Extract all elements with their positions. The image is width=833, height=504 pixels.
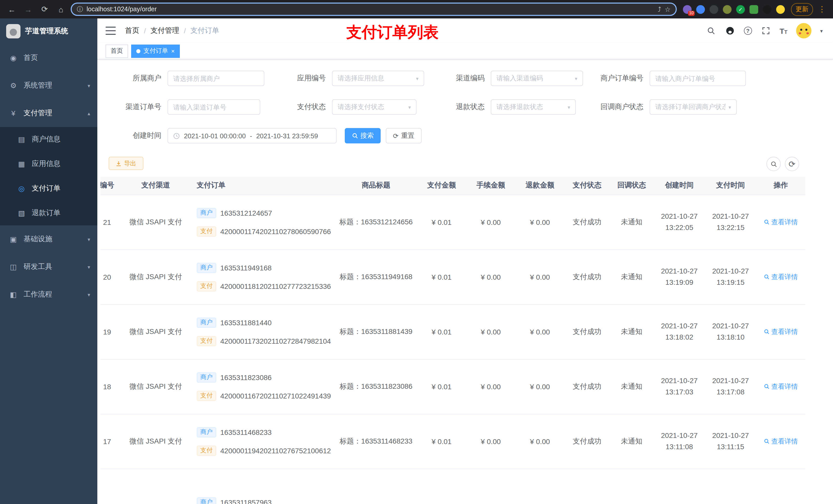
avatar[interactable] bbox=[796, 23, 811, 39]
date-end[interactable]: 2021-10-31 23:59:59 bbox=[256, 132, 318, 140]
extension-icon[interactable] bbox=[776, 5, 785, 14]
pay-tag: 支付 bbox=[197, 446, 216, 456]
dashboard-icon: ◉ bbox=[9, 54, 18, 62]
extension-badge: 10 bbox=[688, 10, 695, 16]
fullscreen-icon[interactable] bbox=[761, 26, 771, 36]
payment-submenu: ▤ 商户信息 ▦ 应用信息 ◎ 支付订单 ▧ 退款订单 bbox=[0, 127, 97, 225]
toggle-search-button[interactable] bbox=[766, 157, 781, 171]
bookmark-star-icon[interactable]: ☆ bbox=[665, 5, 671, 13]
breadcrumb-home[interactable]: 首页 bbox=[125, 26, 139, 35]
extension-icon[interactable]: ✓ bbox=[736, 5, 745, 14]
topbar-actions: ? TT ▾ bbox=[706, 23, 823, 39]
filter-merchant-order-no: 商户订单编号 bbox=[592, 71, 746, 86]
tools-icon: ◫ bbox=[9, 263, 18, 271]
browser-menu-icon[interactable]: ⋮ bbox=[816, 5, 828, 14]
reload-button[interactable]: ⟳ bbox=[38, 3, 51, 16]
channel-order-no-input[interactable] bbox=[168, 99, 260, 115]
tab-home[interactable]: 首页 bbox=[105, 44, 128, 57]
reset-button[interactable]: ⟳ 重置 bbox=[386, 128, 422, 143]
orders-table: 编号 支付渠道 支付订单 商品标题 支付金额 手续金额 退款金额 支付状态 回调… bbox=[100, 177, 823, 504]
pay-tag: 支付 bbox=[197, 336, 216, 346]
merchant-tag: 商户 bbox=[197, 263, 216, 273]
github-icon[interactable] bbox=[724, 26, 735, 36]
share-icon[interactable]: ⤴ bbox=[658, 5, 661, 13]
sidebar-item-app-info[interactable]: ▦ 应用信息 bbox=[0, 152, 97, 176]
app-id-select[interactable]: 请选择应用信息 ▾ bbox=[332, 71, 424, 86]
sidebar-item-infra[interactable]: ▣ 基础设施 ▾ bbox=[0, 225, 97, 253]
sidebar-item-payment[interactable]: ¥ 支付管理 ▴ bbox=[0, 99, 97, 127]
close-icon[interactable]: × bbox=[171, 48, 175, 54]
refund-status-select[interactable]: 请选择退款状态 ▾ bbox=[491, 99, 576, 115]
merchant-order-no-input[interactable] bbox=[649, 71, 746, 86]
merchant-tag: 商户 bbox=[197, 372, 216, 382]
site-info-icon[interactable]: ⓘ bbox=[77, 5, 83, 14]
extension-icon[interactable] bbox=[763, 5, 771, 14]
channel-code-select[interactable]: 请输入渠道编码 ▾ bbox=[491, 71, 583, 86]
merchant-tag: 商户 bbox=[197, 497, 216, 504]
search-button[interactable]: 搜索 bbox=[345, 128, 381, 143]
sidebar-item-merchant-info[interactable]: ▤ 商户信息 bbox=[0, 127, 97, 152]
table-row: 17 微信 JSAPI 支付 商户1635311468233 支付4200001… bbox=[100, 414, 805, 469]
extension-icon[interactable]: 10 bbox=[683, 5, 692, 14]
browser-update-button[interactable]: 更新 bbox=[791, 3, 813, 16]
tab-pay-order[interactable]: 支付订单 × bbox=[131, 44, 180, 57]
chevron-down-icon: ▾ bbox=[88, 236, 90, 242]
help-icon[interactable]: ? bbox=[744, 27, 752, 35]
sidebar-item-workflow[interactable]: ◧ 工作流程 ▾ bbox=[0, 281, 97, 308]
filter-refund-status: 退款状态 请选择退款状态 ▾ bbox=[433, 99, 576, 115]
extension-icon[interactable] bbox=[723, 5, 732, 14]
view-detail-link[interactable]: 查看详情 bbox=[764, 437, 798, 446]
date-separator: - bbox=[250, 132, 252, 140]
sidebar-logo[interactable]: 芋道管理系统 bbox=[0, 19, 97, 44]
font-size-icon[interactable]: TT bbox=[780, 26, 787, 35]
merchant-tag: 商户 bbox=[197, 317, 216, 328]
filter-channel-code: 渠道编码 请输入渠道编码 ▾ bbox=[433, 71, 583, 86]
extension-icon[interactable] bbox=[749, 5, 758, 14]
card-icon: ▤ bbox=[18, 135, 26, 143]
home-button[interactable]: ⌂ bbox=[54, 3, 68, 16]
extension-icon[interactable] bbox=[696, 5, 705, 14]
monitor-icon: ▣ bbox=[9, 235, 18, 243]
refresh-table-button[interactable]: ⟳ bbox=[785, 157, 799, 171]
workflow-icon: ◧ bbox=[9, 290, 18, 298]
page-title: 支付订单列表 bbox=[346, 22, 438, 43]
date-start[interactable]: 2021-10-01 00:00:00 bbox=[184, 132, 246, 140]
export-button[interactable]: 导出 bbox=[109, 157, 143, 170]
refresh-icon: ⟳ bbox=[393, 132, 399, 140]
active-dot bbox=[136, 49, 140, 53]
back-button[interactable]: ← bbox=[5, 3, 19, 16]
date-range-picker[interactable]: 2021-10-01 00:00:00 - 2021-10-31 23:59:5… bbox=[168, 128, 337, 143]
sidebar-item-refund-order[interactable]: ▧ 退款订单 bbox=[0, 201, 97, 225]
sidebar-item-devtools[interactable]: ◫ 研发工具 ▾ bbox=[0, 253, 97, 281]
address-bar[interactable]: ⓘ localhost:1024/pay/order ⤴ ☆ bbox=[71, 3, 677, 16]
view-detail-link[interactable]: 查看详情 bbox=[764, 272, 798, 282]
extension-icon[interactable] bbox=[710, 5, 718, 14]
view-detail-link[interactable]: 查看详情 bbox=[764, 327, 798, 336]
chevron-down-icon[interactable]: ▾ bbox=[820, 28, 823, 33]
grid-icon: ▦ bbox=[18, 160, 26, 168]
sidebar-item-home[interactable]: ◉ 首页 bbox=[0, 44, 97, 72]
filter-channel-order-no: 渠道订单号 bbox=[110, 99, 260, 115]
table-row: 19 微信 JSAPI 支付 商户1635311881440 支付4200001… bbox=[100, 304, 805, 359]
chevron-down-icon: ▾ bbox=[408, 104, 411, 110]
table-row: 商户1635311857963 bbox=[100, 469, 805, 504]
filter-merchant: 所属商户 bbox=[110, 71, 264, 86]
clock-icon bbox=[173, 133, 180, 139]
chevron-down-icon: ▾ bbox=[88, 292, 90, 297]
sidebar-toggle-icon[interactable] bbox=[105, 27, 116, 35]
view-detail-link[interactable]: 查看详情 bbox=[764, 382, 798, 391]
pay-status-select[interactable]: 请选择支付状态 ▾ bbox=[332, 99, 416, 115]
forward-button[interactable]: → bbox=[22, 3, 35, 16]
merchant-input[interactable] bbox=[168, 71, 264, 86]
search-icon[interactable] bbox=[706, 26, 716, 36]
breadcrumb-payment[interactable]: 支付管理 bbox=[151, 26, 179, 35]
table-row: 20 微信 JSAPI 支付 商户1635311949168 支付4200001… bbox=[100, 249, 805, 304]
screen: ← → ⟳ ⌂ ⓘ localhost:1024/pay/order ⤴ ☆ 1… bbox=[0, 0, 833, 504]
sidebar-item-system[interactable]: ⚙ 系统管理 ▾ bbox=[0, 72, 97, 99]
table-row: 18 微信 JSAPI 支付 商户1635311823086 支付4200001… bbox=[100, 359, 805, 414]
sidebar-item-pay-order[interactable]: ◎ 支付订单 bbox=[0, 176, 97, 201]
notify-status-select[interactable]: 请选择订单回调商户状态 ▾ bbox=[649, 99, 737, 115]
chevron-up-icon: ▴ bbox=[88, 111, 90, 116]
chevron-down-icon: ▾ bbox=[729, 104, 731, 110]
view-detail-link[interactable]: 查看详情 bbox=[764, 217, 798, 226]
